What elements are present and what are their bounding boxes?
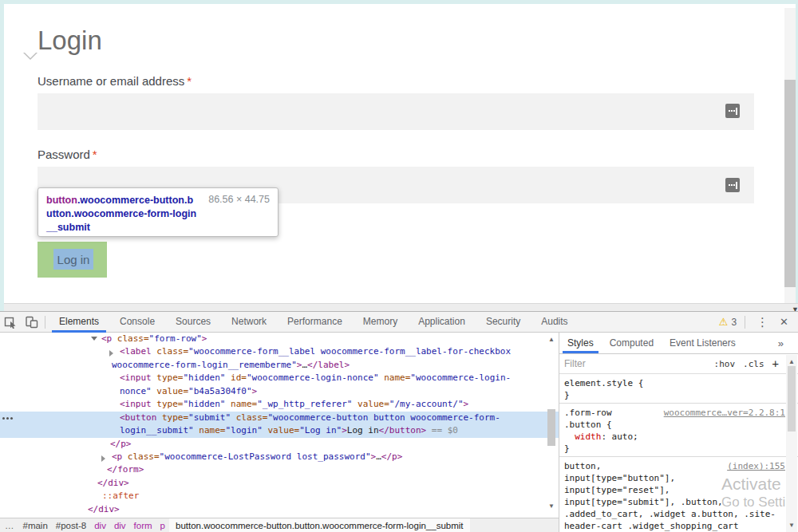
stylesheet-link[interactable]: woocommerce…ver=2.2.8:1 [664, 408, 785, 418]
breadcrumb-item[interactable]: #post-8 [52, 521, 90, 530]
styles-scrollbar[interactable]: ▲ ▼ [786, 355, 797, 532]
page-scrollbar-thumb[interactable] [784, 80, 796, 287]
login-page: Login Username or email address* Passwor… [0, 0, 798, 311]
toolbar-right-cluster: ⚠ 3 ⋮ ✕ [719, 315, 798, 329]
tab-performance[interactable]: Performance [277, 312, 353, 333]
styles-toggles: :hov .cls + [714, 357, 793, 370]
row-options-icon[interactable] [2, 417, 5, 420]
style-rule[interactable]: (index):155button,input[type="button"],i… [559, 457, 798, 532]
code-line[interactable]: login__submit" name="login" value="Log i… [0, 424, 559, 437]
expand-arrow-icon[interactable] [109, 350, 113, 357]
code-line[interactable]: </div> [0, 503, 559, 516]
password-manager-icon[interactable] [725, 178, 740, 192]
devtools-tabs: ElementsConsoleSourcesNetworkPerformance… [49, 312, 579, 333]
breadcrumb: …#main#post-8divdivformpbutton.woocommer… [0, 518, 559, 532]
code-line[interactable]: </p> [0, 438, 559, 451]
code-line[interactable]: <button type="submit" class="woocommerce… [0, 412, 559, 424]
styles-tab-computed[interactable]: Computed [602, 333, 662, 353]
code-line[interactable]: <p class="form-row"> [0, 333, 559, 345]
breadcrumb-item[interactable]: div [90, 521, 110, 530]
styles-tab-styles[interactable]: Styles [559, 333, 602, 353]
elements-scrollbar[interactable]: ▲ ▼ [546, 333, 557, 518]
new-style-rule-button[interactable]: + [772, 357, 779, 370]
code-line[interactable]: </form> [0, 463, 559, 476]
warning-icon[interactable]: ⚠ [719, 316, 729, 328]
code-line[interactable]: </div> [0, 477, 559, 490]
devtools-menu-icon[interactable]: ⋮ [753, 315, 772, 329]
breadcrumb-overflow[interactable]: … [0, 521, 19, 530]
password-label: Password* [38, 148, 97, 161]
inspect-highlight-content[interactable]: Log in [53, 249, 93, 270]
style-rule[interactable]: woocommerce…ver=2.2.8:1.form-row.button … [559, 404, 798, 457]
styles-scrollbar-thumb[interactable] [788, 366, 796, 432]
scroll-up-icon[interactable]: ▲ [548, 336, 555, 343]
screen: Login Username or email address* Passwor… [0, 0, 798, 532]
tab-application[interactable]: Application [408, 312, 476, 333]
code-line[interactable]: <input type="hidden" name="_wp_http_refe… [0, 398, 559, 411]
devtools-toolbar: ElementsConsoleSourcesNetworkPerformance… [0, 312, 798, 333]
elements-scrollbar-thumb[interactable] [547, 409, 555, 446]
code-line[interactable]: nonce" value="b4a5a304f0"> [0, 385, 559, 398]
tab-security[interactable]: Security [476, 312, 531, 333]
tab-console[interactable]: Console [109, 312, 165, 333]
scroll-down-icon[interactable]: ▼ [548, 502, 555, 510]
tooltip-arrow [24, 52, 37, 58]
inspect-highlight-padding: Log in [38, 242, 107, 278]
username-label: Username or email address* [38, 74, 192, 88]
expand-arrow-icon[interactable] [101, 455, 105, 462]
breadcrumb-item[interactable]: div [110, 521, 130, 530]
styles-tab-event-listeners[interactable]: Event Listeners [662, 333, 744, 353]
code-line[interactable]: <p class="woocommerce-LostPassword lost_… [0, 451, 559, 463]
pseudo-state-toggle[interactable]: :hov [714, 359, 736, 369]
username-input[interactable] [38, 93, 754, 130]
inspect-element-icon[interactable] [0, 313, 21, 332]
breadcrumb-item[interactable]: p [156, 521, 169, 530]
breadcrumb-item[interactable]: #main [19, 521, 52, 530]
more-tabs-icon[interactable]: » [778, 337, 798, 349]
styles-filter-input[interactable] [564, 358, 684, 369]
styles-rules: element.style {}woocommerce…ver=2.2.8:1.… [559, 374, 798, 532]
code-line[interactable]: <label class="woocommerce-form__label wo… [0, 345, 559, 358]
device-toolbar-icon[interactable] [21, 313, 41, 332]
pm-dots-icon [729, 110, 735, 112]
scroll-up-icon[interactable]: ▲ [788, 358, 795, 365]
code-line[interactable]: ::after [0, 490, 559, 502]
styles-pane-tabs: StylesComputedEvent Listeners» [559, 333, 798, 354]
class-toggle[interactable]: .cls [743, 359, 764, 369]
toolbar-separator [745, 316, 745, 329]
pm-bar-icon [736, 182, 737, 189]
scroll-down-icon[interactable]: ▼ [788, 522, 795, 529]
collapse-arrow-icon[interactable] [91, 337, 97, 341]
required-asterisk: * [93, 148, 97, 161]
pm-bar-icon [736, 108, 737, 115]
tab-memory[interactable]: Memory [353, 312, 408, 333]
code-line[interactable]: woocommerce-form-login__rememberme">…</l… [0, 359, 559, 372]
login-button-label: Log in [57, 253, 90, 266]
style-rule[interactable]: element.style {} [559, 374, 798, 404]
code-line[interactable]: <input type="hidden" id="woocommerce-log… [0, 372, 559, 384]
required-asterisk: * [187, 74, 192, 88]
breadcrumb-item-selected[interactable]: button.woocommerce-button.button.woocomm… [169, 518, 470, 532]
inspect-tooltip: button.woocommerce-button.b utton.woocom… [38, 187, 279, 237]
warning-count[interactable]: 3 [731, 317, 737, 328]
styles-pane: StylesComputedEvent Listeners» :hov .cls… [559, 333, 798, 532]
tab-elements[interactable]: Elements [49, 312, 109, 333]
tab-network[interactable]: Network [221, 312, 277, 333]
password-manager-icon[interactable] [725, 104, 740, 118]
devtools-panel: ElementsConsoleSourcesNetworkPerformance… [0, 311, 798, 532]
devtools-close-icon[interactable]: ✕ [776, 316, 792, 328]
tab-audits[interactable]: Audits [531, 312, 578, 333]
stylesheet-link[interactable]: (index):155 [727, 461, 785, 471]
elements-tree: <p class="form-row"><label class="woocom… [0, 333, 559, 518]
tooltip-dimensions: 86.56 × 44.75 [208, 194, 270, 205]
pm-dots-icon [729, 184, 735, 186]
page-title: Login [38, 26, 102, 56]
page-scrollbar[interactable] [784, 8, 796, 303]
tab-sources[interactable]: Sources [165, 312, 221, 333]
toolbar-separator [45, 316, 45, 329]
breadcrumb-item[interactable]: form [130, 521, 156, 530]
styles-filter-row: :hov .cls + [559, 354, 798, 374]
